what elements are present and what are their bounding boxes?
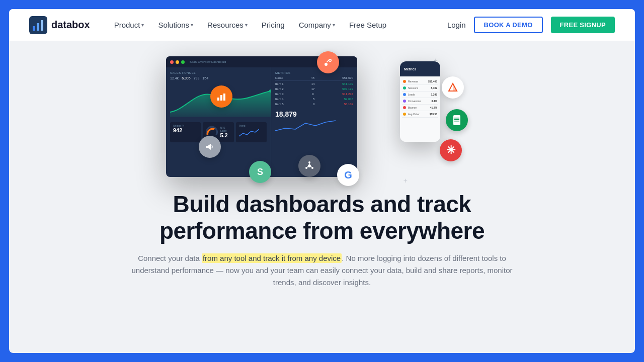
databox-logo-icon — [29, 16, 47, 34]
phone-dot — [403, 113, 406, 116]
svg-rect-16 — [220, 95, 222, 101]
nav-item-free-setup[interactable]: Free Setup — [343, 17, 392, 33]
window-dot-green — [181, 60, 185, 64]
phone-row: Conversion 3.4% — [402, 98, 438, 105]
funnel-label: SALES FUNNEL — [170, 71, 267, 74]
svg-rect-14 — [454, 121, 459, 122]
phone-mockup: Metrics Revenue $12,405 Sessions 8,302 — [400, 61, 440, 142]
window-dot-red — [170, 60, 174, 64]
svg-rect-1 — [33, 26, 35, 31]
nav-item-company[interactable]: Company ▾ — [293, 17, 341, 33]
hero-text: Build dashboards and track performance f… — [106, 191, 538, 289]
nav-item-solutions[interactable]: Solutions ▾ — [152, 17, 199, 33]
phone-dot — [403, 93, 406, 96]
highlight-text: from any tool and track it from any devi… — [202, 253, 342, 263]
login-button[interactable]: Login — [447, 21, 466, 29]
svg-rect-11 — [453, 115, 460, 125]
nav-item-product[interactable]: Product ▾ — [108, 17, 150, 33]
nav-item-resources[interactable]: Resources ▾ — [201, 17, 254, 33]
free-signup-button[interactable]: FREE SIGNUP — [551, 17, 615, 33]
bar-chart-icon — [210, 85, 232, 108]
dashboard-illustration: + + + + + SIGNUPS 5,303 — [176, 51, 468, 187]
trend-line — [275, 118, 336, 133]
dashboard-left-panel: SALES FUNNEL 12.4k6,305793154 — [166, 67, 271, 177]
chevron-down-icon: ▾ — [333, 22, 335, 28]
chevron-down-icon: ▾ — [245, 22, 248, 28]
phone-dot — [403, 86, 406, 89]
asterisk-icon: ✳ — [440, 139, 462, 161]
phone-row: Revenue $12,405 — [402, 78, 438, 85]
svg-point-19 — [308, 161, 310, 163]
outer-border: databox Product ▾ Solutions ▾ Resources … — [0, 0, 644, 362]
chevron-down-icon: ▾ — [191, 22, 193, 28]
phone-content: Revenue $12,405 Sessions 8,302 Leads 1,2… — [400, 76, 440, 142]
hubspot-icon — [317, 51, 339, 73]
segment-icon: S — [249, 161, 271, 183]
phone-row: Sessions 8,302 — [402, 85, 438, 92]
svg-point-23 — [305, 167, 307, 169]
hero-headline: Build dashboards and track performance f… — [126, 191, 518, 244]
google-sheets-icon — [446, 109, 468, 131]
nav-actions: Login BOOK A DEMO FREE SIGNUP — [447, 17, 615, 33]
svg-rect-2 — [37, 23, 39, 31]
phone-row: Bounce 41.2% — [402, 105, 438, 111]
nav-links: Product ▾ Solutions ▾ Resources ▾ Pricin… — [108, 17, 447, 33]
svg-line-22 — [310, 166, 312, 167]
hero-section: + + + + + SIGNUPS 5,303 — [9, 41, 635, 353]
sparkline — [239, 127, 259, 138]
phone-header: Metrics — [400, 61, 440, 76]
navbar: databox Product ▾ Solutions ▾ Resources … — [9, 9, 635, 41]
inner-container: databox Product ▾ Solutions ▾ Resources … — [9, 9, 635, 353]
svg-rect-12 — [454, 118, 459, 119]
window-dot-yellow — [176, 60, 179, 64]
svg-rect-13 — [454, 119, 459, 120]
google-icon: G — [337, 164, 359, 186]
phone-row: Leads 1,245 — [402, 92, 438, 98]
svg-rect-3 — [41, 20, 43, 31]
plus-decoration: + — [404, 176, 408, 185]
logo-text: databox — [51, 19, 90, 31]
svg-point-6 — [330, 60, 331, 61]
book-demo-button[interactable]: BOOK A DEMO — [474, 17, 543, 33]
svg-point-18 — [308, 164, 311, 167]
megaphone-icon — [199, 136, 221, 158]
phone-row: Avg Order $89.50 — [402, 111, 438, 118]
svg-line-24 — [307, 166, 309, 167]
phone-dot — [403, 106, 406, 109]
chevron-down-icon: ▾ — [141, 22, 144, 28]
svg-point-8 — [325, 63, 328, 66]
logo[interactable]: databox — [29, 16, 90, 34]
svg-rect-17 — [223, 94, 225, 101]
phone-dot — [403, 100, 406, 103]
phone-title: Metrics — [404, 67, 417, 71]
main-dashboard: SaaS Overview Dashboard SALES FUNNEL 12.… — [166, 56, 357, 177]
phone-dot — [403, 80, 406, 83]
google-analytics-icon — [442, 76, 464, 99]
nav-item-pricing[interactable]: Pricing — [256, 17, 291, 33]
svg-rect-15 — [217, 98, 219, 101]
svg-point-21 — [311, 167, 313, 169]
hero-subtext: Connect your data from any tool and trac… — [126, 252, 518, 289]
svg-line-7 — [327, 60, 329, 62]
hub-icon — [298, 155, 320, 177]
